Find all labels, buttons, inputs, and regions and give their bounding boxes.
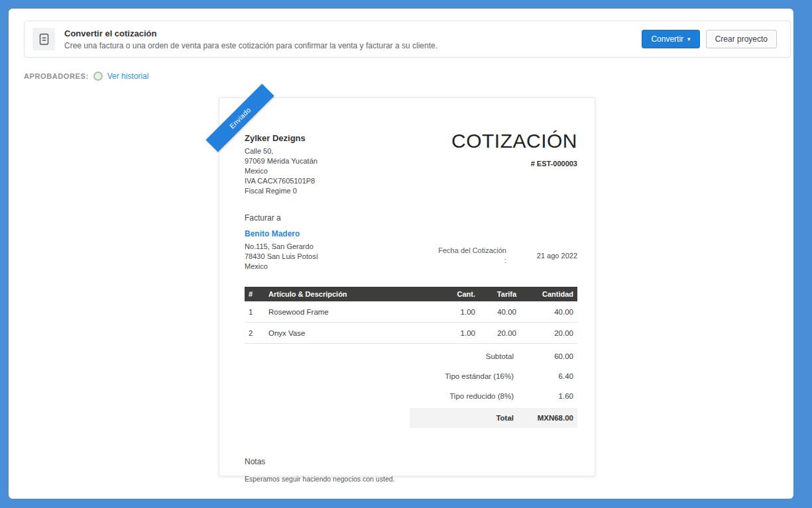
company-address-line: IVA CACX7605101P8 <box>245 176 318 186</box>
grand-total-value: MXN68.00 <box>528 414 573 422</box>
company-name: Zylker Dezigns <box>245 133 318 143</box>
tax-value: 1.60 <box>528 392 573 400</box>
totals-section: Subtotal 60.00 Tipo estándar (16%) 6.40 … <box>410 346 577 428</box>
col-header-index: # <box>245 287 264 301</box>
approvers-label: APROBADORES: <box>24 72 89 80</box>
main-page: Convertir el cotización Cree una factura… <box>9 9 793 499</box>
company-address-line: Fiscal Regime 0 <box>245 186 318 196</box>
item-description: Rosewood Frame <box>264 301 432 323</box>
document-title: COTIZACIÓN <box>451 130 577 152</box>
document-header: Zylker Dezigns Calle 50, 97069 Mérida Yu… <box>245 98 577 196</box>
company-address-line: Calle 50, <box>245 146 318 156</box>
tax-label: Tipo reducido (8%) <box>414 392 528 400</box>
quote-date-colon: : <box>434 256 506 266</box>
line-items-table: # Artículo & Descripción Cant. Tarifa Ca… <box>245 287 577 344</box>
customer-address-line: No.115, San Gerardo <box>245 242 318 252</box>
table-row: 1 Rosewood Frame 1.00 40.00 40.00 <box>245 301 577 323</box>
notes-section: Notas Esperamos seguir haciendo negocios… <box>245 457 577 483</box>
subtotal-label: Subtotal <box>414 352 528 360</box>
document-icon <box>32 28 55 50</box>
item-description: Onyx Vase <box>264 323 432 344</box>
banner-actions: Convertir ▾ Crear proyecto <box>642 30 777 48</box>
quote-date-value: 21 ago 2022 <box>506 252 577 260</box>
convert-banner: Convertir el cotización Cree una factura… <box>24 21 791 58</box>
bill-to-block: Facturar a Benito Madero No.115, San Ger… <box>245 213 318 272</box>
item-index: 1 <box>245 301 264 323</box>
quote-document: Enviado Zylker Dezigns Calle 50, 97069 M… <box>219 97 595 476</box>
view-history-link[interactable]: Ver historial <box>107 72 149 81</box>
item-qty: 1.00 <box>432 301 479 323</box>
customer-address: No.115, San Gerardo 78430 San Luis Potos… <box>245 242 318 272</box>
customer-address-line: Mexico <box>245 262 318 272</box>
col-header-rate: Tarifa <box>479 287 520 301</box>
item-index: 2 <box>245 323 264 344</box>
billing-row: Facturar a Benito Madero No.115, San Ger… <box>245 213 577 272</box>
item-rate: 20.00 <box>479 323 520 344</box>
tax-label: Tipo estándar (16%) <box>414 372 528 380</box>
item-amount: 20.00 <box>520 323 577 344</box>
chevron-down-icon: ▾ <box>687 36 691 43</box>
banner-subtitle: Cree una factura o una orden de venta pa… <box>64 41 437 50</box>
create-project-button[interactable]: Crear proyecto <box>706 30 777 48</box>
notes-label: Notas <box>245 457 577 466</box>
company-address-line: Mexico <box>245 166 318 176</box>
customer-link[interactable]: Benito Madero <box>245 229 300 238</box>
customer-address-line: 78430 San Luis Potosí <box>245 252 318 262</box>
col-header-description: Artículo & Descripción <box>264 287 432 301</box>
tax-row: Tipo reducido (8%) 1.60 <box>410 386 577 406</box>
banner-title: Convertir el cotización <box>64 28 437 38</box>
item-rate: 40.00 <box>479 301 520 323</box>
item-qty: 1.00 <box>432 323 479 344</box>
company-address-line: 97069 Mérida Yucatán <box>245 156 318 166</box>
subtotal-row: Subtotal 60.00 <box>410 346 577 366</box>
grand-total-label: Total <box>414 414 528 422</box>
quote-date-label-text: Fecha del Cotización <box>434 246 506 256</box>
item-amount: 40.00 <box>520 301 577 323</box>
quote-date-label: Fecha del Cotización : <box>434 246 506 266</box>
table-header-row: # Artículo & Descripción Cant. Tarifa Ca… <box>245 287 577 301</box>
notes-text: Esperamos seguir haciendo negocios con u… <box>245 475 577 483</box>
banner-left: Convertir el cotización Cree una factura… <box>32 28 437 50</box>
grand-total-row: Total MXN68.00 <box>410 408 577 428</box>
title-block: COTIZACIÓN # EST-000003 <box>451 130 577 196</box>
subtotal-value: 60.00 <box>528 352 573 360</box>
table-row: 2 Onyx Vase 1.00 20.00 20.00 <box>245 323 577 344</box>
document-number: # EST-000003 <box>451 160 577 168</box>
quote-date-block: Fecha del Cotización : 21 ago 2022 <box>434 240 577 272</box>
convert-button-label: Convertir <box>651 34 683 44</box>
convert-button[interactable]: Convertir ▾ <box>642 30 699 48</box>
col-header-amount: Cantidad <box>520 287 577 301</box>
tax-value: 6.40 <box>528 372 573 380</box>
banner-text: Convertir el cotización Cree una factura… <box>64 28 437 50</box>
company-block: Zylker Dezigns Calle 50, 97069 Mérida Yu… <box>245 130 318 196</box>
col-header-qty: Cant. <box>432 287 479 301</box>
user-avatar-icon[interactable] <box>93 72 103 81</box>
tax-row: Tipo estándar (16%) 6.40 <box>410 366 577 386</box>
bill-to-label: Facturar a <box>245 213 318 223</box>
approvers-row: APROBADORES: Ver historial <box>24 72 793 81</box>
